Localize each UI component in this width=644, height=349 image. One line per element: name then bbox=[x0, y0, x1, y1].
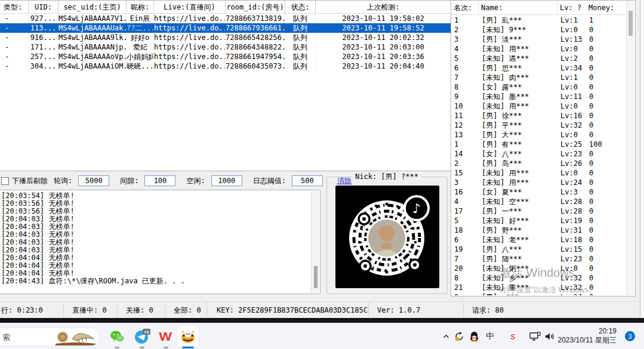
qr-finder-topleft bbox=[359, 214, 369, 224]
notification-badge[interactable]: 3 bbox=[625, 331, 635, 341]
cell-live-url: https://live.do... bbox=[154, 42, 226, 52]
leaderboard-row[interactable]: 2 [男] 岛*** Lv:26 0 bbox=[452, 159, 626, 168]
cell-rank: 8 bbox=[452, 82, 479, 92]
table-row[interactable]: - 927... MS4wLjABAAAA7V1... Ein辰 https:/… bbox=[0, 14, 451, 23]
telegram-icon[interactable]: 48 bbox=[133, 328, 151, 345]
tray-sogou-icon[interactable]: S bbox=[506, 331, 519, 342]
table-row[interactable]: - 113... MS4wLjABAAAAUak... ??二... https… bbox=[0, 23, 451, 33]
cell-name: [男] 一*** bbox=[479, 206, 558, 216]
leaderboard-row[interactable]: 13 [男] 大*** Lv:0 0 bbox=[452, 130, 626, 140]
log-threshold-input[interactable] bbox=[292, 175, 323, 186]
cell-rank: 19 bbox=[452, 245, 479, 254]
cell-money: 0 bbox=[587, 283, 626, 292]
col-header-money[interactable]: Money: bbox=[586, 1, 626, 14]
cell-money: 0 bbox=[587, 54, 626, 63]
tray-qq-icon[interactable] bbox=[467, 331, 480, 342]
scrollbar-thumb[interactable] bbox=[314, 266, 318, 288]
cell-money: 0 bbox=[587, 149, 626, 159]
tray-ime-icon[interactable]: 中 bbox=[483, 331, 497, 342]
leaderboard-row[interactable]: 17 [男] 一*** Lv:28 0 bbox=[452, 206, 626, 216]
col-header-uid[interactable]: UID: bbox=[29, 1, 58, 13]
poll-input[interactable] bbox=[78, 175, 109, 186]
idle-input[interactable] bbox=[211, 175, 242, 186]
tray-network-icon[interactable] bbox=[529, 331, 542, 342]
leaderboard-row[interactable]: 6 [未知] 老*** Lv:18 0 bbox=[452, 235, 626, 245]
cell-name: [男] 淡*** bbox=[479, 35, 558, 44]
scrollbar-thumb[interactable] bbox=[628, 11, 633, 36]
leaderboard-row[interactable]: 11 [男] 徐*** Lv:16 0 bbox=[452, 111, 626, 121]
leaderboard-row[interactable]: 3 [男] 淡*** Lv:13 0 bbox=[452, 35, 626, 44]
status-requests: 请求: 80 bbox=[464, 302, 640, 319]
leaderboard-row[interactable]: 9 [男] …*** Lv:34 0 bbox=[452, 292, 626, 295]
cell-name: [未知] 肉*** bbox=[479, 73, 558, 82]
bee-app-icon[interactable] bbox=[179, 328, 197, 345]
tray-sync-icon[interactable] bbox=[453, 331, 466, 342]
leaderboard-row[interactable]: 4 [未知] 空*** Lv:28 0 bbox=[452, 197, 626, 206]
desktop-wallpaper-strip bbox=[0, 318, 644, 323]
tray-chevron-up-icon[interactable] bbox=[439, 331, 452, 342]
cell-type: - bbox=[0, 52, 29, 61]
col-header-nick[interactable]: 昵称: bbox=[127, 1, 154, 13]
leaderboard-row[interactable]: 19 [男] 八*** Lv:15 0 bbox=[452, 245, 626, 254]
cell-level: Lv:0 bbox=[558, 264, 587, 273]
cell-money: 0 bbox=[587, 216, 626, 226]
col-header-name[interactable]: Name: bbox=[479, 1, 557, 14]
log-output[interactable]: [20:03:54] 无榜单![20:03:56] 无榜单![20:03:56]… bbox=[0, 190, 321, 294]
leaderboard-row[interactable]: 18 [男] 野*** Lv:31 0 bbox=[452, 226, 626, 235]
leaderboard-row[interactable]: 6 [男] 思*** Lv:34 0 bbox=[452, 63, 626, 73]
leaderboard-row[interactable]: 8 [女] 露*** Lv:0 0 bbox=[452, 82, 626, 92]
cell-roomid: 7288663713819... bbox=[226, 14, 285, 23]
wps-icon[interactable]: W bbox=[156, 328, 174, 345]
leaderboard-row[interactable]: 5 [未知] 好*** Lv:19 0 bbox=[452, 216, 626, 226]
leaderboard-row[interactable]: 4 [未知] 用*** Lv:0 0 bbox=[452, 44, 626, 54]
gap-input[interactable] bbox=[144, 175, 175, 186]
table-row[interactable]: - 304... MS4wLjABAAAAiOM... 晓晓... https:… bbox=[0, 61, 451, 71]
wechat-icon[interactable] bbox=[108, 328, 126, 345]
log-scrollbar[interactable] bbox=[311, 191, 319, 293]
leaderboard-row[interactable]: 7 [未知] 肉*** Lv:1 0 bbox=[452, 73, 626, 82]
leaderboard-scrollbar[interactable] bbox=[626, 1, 634, 295]
cell-type: - bbox=[0, 61, 29, 71]
log-threshold-label: 日志阈值: bbox=[253, 176, 286, 186]
leaderboard-row[interactable]: 12 [男] 平*** Lv:32 0 bbox=[452, 121, 626, 130]
leaderboard-row[interactable]: 5 [未知] 遇*** Lv:2 0 bbox=[452, 54, 626, 63]
cell-name: [未知] 墨*** bbox=[479, 92, 558, 101]
leaderboard-row[interactable]: 16 [女] 夏*** Lv:3 0 bbox=[452, 187, 626, 197]
table-row[interactable]: - 257... MS4wLjABAAAAoVp... 小娟妈妈 https:/… bbox=[0, 52, 451, 61]
col-header-lastcheck[interactable]: 上次检测: bbox=[316, 1, 451, 13]
taskbar-clock[interactable]: 20:19 2023/10/11 星期三 bbox=[557, 327, 617, 345]
leaderboard-row[interactable]: 3 [未知] 用*** Lv:24 0 bbox=[452, 178, 626, 187]
cell-rank: 5 bbox=[452, 54, 479, 63]
cell-uid: 171... bbox=[29, 42, 58, 52]
leaderboard-row[interactable]: 21 [未知] 重*** Lv:32 0 bbox=[452, 283, 626, 292]
leaderboard-row[interactable]: 2 [未知] 9*** Lv:0 0 bbox=[452, 25, 626, 35]
col-header-live[interactable]: Live:(直播间) bbox=[154, 1, 226, 13]
leaderboard-row[interactable]: 9 [未知] 墨*** Lv:11 0 bbox=[452, 92, 626, 101]
remove-on-offline-checkbox[interactable] bbox=[1, 177, 9, 185]
log-lines: [20:03:54] 无榜单![20:03:56] 无榜单![20:03:56]… bbox=[1, 192, 320, 285]
col-header-status[interactable]: 状态: bbox=[285, 1, 316, 13]
col-header-type[interactable]: 类型: bbox=[0, 1, 29, 13]
leaderboard-row[interactable]: 14 [女] 八*** Lv:23 0 bbox=[452, 149, 626, 159]
running-indicator bbox=[115, 347, 119, 348]
leaderboard-row[interactable]: 1 [男] 有*** Lv:25 100 bbox=[452, 140, 626, 149]
col-header-level[interactable]: Lv: ? bbox=[557, 1, 586, 14]
leaderboard-row[interactable]: 7 [男] 随*** Lv:23 0 bbox=[452, 254, 626, 264]
table-row[interactable]: - 171... MS4wLjABAAAANjp... 爱妃 https://l… bbox=[0, 42, 451, 52]
leaderboard-row[interactable]: 15 [未知] 用*** Lv:0 0 bbox=[452, 168, 626, 178]
search-input[interactable]: 索 bbox=[0, 328, 100, 346]
leaderboard-row[interactable]: 20 [未知] 粥*** Lv:0 0 bbox=[452, 264, 626, 273]
cell-money: 0 bbox=[587, 273, 626, 283]
tray-volume-icon[interactable] bbox=[543, 331, 556, 342]
leaderboard-row[interactable]: 8 [未知] 乡*** Lv:32 0 bbox=[452, 273, 626, 283]
col-header-roomid[interactable]: room_id:(房号) bbox=[226, 1, 285, 13]
cell-roomid: 7288664348822... bbox=[226, 42, 285, 52]
cell-level: Lv:15 bbox=[558, 245, 587, 254]
log-line: [20:04:03] 无榜单! bbox=[1, 231, 320, 239]
table-row[interactable]: - 916... MS4wLjABAAAA9lk... 好好o https://… bbox=[0, 33, 451, 42]
leaderboard-row[interactable]: 1 [男] 乱*** Lv:1 1 bbox=[452, 16, 626, 25]
col-header-rank[interactable]: 名次: bbox=[451, 1, 479, 14]
col-header-secuid[interactable]: sec_uid:(主页) bbox=[58, 1, 127, 13]
leaderboard-row[interactable]: 10 [未知] 用*** Lv:0 0 bbox=[452, 101, 626, 111]
cell-money: 0 bbox=[587, 168, 626, 178]
